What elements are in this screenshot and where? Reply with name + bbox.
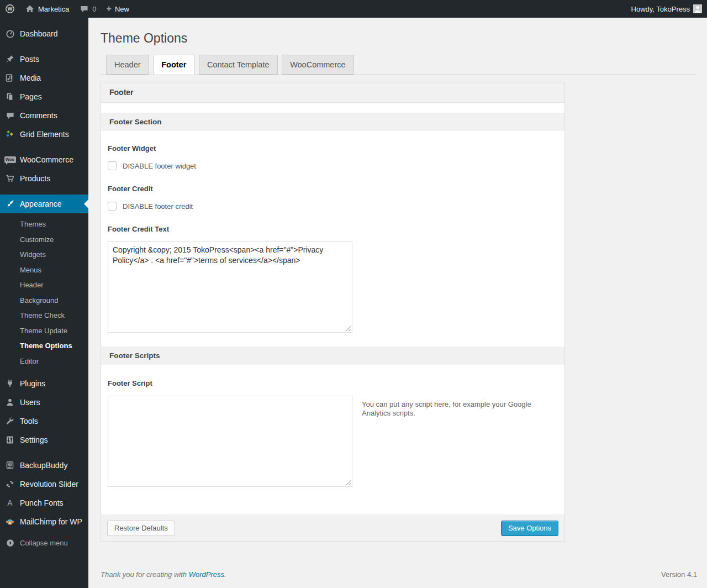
footer-credit-text-label: Footer Credit Text bbox=[108, 225, 558, 233]
pushpin-icon bbox=[0, 55, 20, 64]
sidebar-item-label: Appearance bbox=[20, 200, 62, 208]
restore-defaults-button[interactable]: Restore Defaults bbox=[107, 521, 175, 536]
sidebar-item-users[interactable]: Users bbox=[0, 393, 88, 412]
sidebar-item-label: Comments bbox=[20, 111, 57, 120]
sliders-icon bbox=[0, 435, 20, 444]
save-options-button[interactable]: Save Options bbox=[501, 521, 558, 536]
sidebar-item-plugins[interactable]: Plugins bbox=[0, 374, 88, 393]
submenu-item-theme-update[interactable]: Theme Update bbox=[0, 323, 88, 339]
sidebar-item-label: Grid Elements bbox=[20, 130, 69, 139]
admin-bar-left: W Marketica 0 + New bbox=[0, 0, 134, 18]
submenu-item-widgets[interactable]: Widgets bbox=[0, 247, 88, 262]
admin-sidebar: Dashboard Posts Media Pages Comments Gri… bbox=[0, 18, 88, 588]
disable-footer-widget-checkbox[interactable] bbox=[108, 161, 117, 170]
footer-credit-text-textarea[interactable]: Copyright &copy; 2015 TokoPress<span><a … bbox=[108, 242, 352, 333]
monkey-icon bbox=[0, 517, 20, 526]
version-label: Version 4.1 bbox=[661, 570, 697, 579]
sidebar-item-label: Dashboard bbox=[20, 29, 58, 38]
thanks-suffix: . bbox=[224, 570, 226, 579]
submenu-item-theme-check[interactable]: Theme Check bbox=[0, 308, 88, 323]
disable-footer-credit-checkbox[interactable] bbox=[108, 202, 117, 211]
submenu-item-header[interactable]: Header bbox=[0, 277, 88, 293]
sidebar-item-label: MailChimp for WP bbox=[20, 517, 82, 526]
howdy-label: Howdy, TokoPress bbox=[631, 5, 690, 13]
sidebar-item-label: Users bbox=[20, 398, 40, 407]
new-label: New bbox=[115, 5, 129, 13]
wordpress-logo-icon: W bbox=[5, 4, 15, 14]
sidebar-item-products[interactable]: Products bbox=[0, 169, 88, 188]
sidebar-item-backupbuddy[interactable]: BackupBuddy bbox=[0, 456, 88, 475]
sidebar-item-mailchimp[interactable]: MailChimp for WP bbox=[0, 512, 88, 531]
submenu-item-editor[interactable]: Editor bbox=[0, 354, 88, 369]
sidebar-item-tools[interactable]: Tools bbox=[0, 412, 88, 431]
sidebar-item-settings[interactable]: Settings bbox=[0, 431, 88, 449]
grid-elements-icon bbox=[0, 130, 20, 139]
sidebar-item-posts[interactable]: Posts bbox=[0, 50, 88, 69]
site-name-link[interactable]: Marketica bbox=[20, 0, 74, 18]
thanks-prefix: Thank you for creating with bbox=[101, 570, 189, 579]
submenu-item-menus[interactable]: Menus bbox=[0, 262, 88, 278]
appearance-submenu: Themes Customize Widgets Menus Header Ba… bbox=[0, 213, 88, 374]
footer-credit-text-field: Copyright &copy; 2015 TokoPress<span><a … bbox=[108, 242, 558, 333]
sidebar-item-label: Punch Fonts bbox=[20, 498, 64, 507]
new-content-menu[interactable]: + New bbox=[102, 0, 134, 18]
cart-icon bbox=[0, 174, 20, 183]
menu-separator bbox=[0, 43, 88, 50]
disable-footer-credit-label[interactable]: DISABLE footer credit bbox=[123, 202, 193, 211]
wordpress-link[interactable]: WordPress bbox=[189, 570, 224, 579]
collapse-menu-button[interactable]: Collapse menu bbox=[0, 533, 88, 552]
footer-section-header: Footer Section bbox=[101, 113, 564, 131]
sidebar-item-grid-elements[interactable]: Grid Elements bbox=[0, 125, 88, 144]
media-icon bbox=[0, 74, 20, 82]
footer-script-label: Footer Script bbox=[108, 379, 558, 387]
submenu-item-background[interactable]: Background bbox=[0, 293, 88, 308]
sidebar-item-dashboard[interactable]: Dashboard bbox=[0, 24, 88, 43]
panel-gap bbox=[101, 103, 564, 113]
collapse-arrow-icon bbox=[0, 539, 20, 547]
sidebar-item-revolution-slider[interactable]: Revolution Slider bbox=[0, 475, 88, 494]
sidebar-item-label: Products bbox=[20, 174, 50, 183]
admin-bar-right: Howdy, TokoPress bbox=[626, 0, 707, 18]
page-title: Theme Options bbox=[101, 30, 697, 46]
admin-bar: W Marketica 0 + New Howdy, TokoPress bbox=[0, 0, 707, 18]
sidebar-item-label: Posts bbox=[20, 55, 39, 64]
sidebar-item-pages[interactable]: Pages bbox=[0, 87, 88, 106]
footer-scripts-header: Footer Scripts bbox=[101, 347, 564, 365]
svg-text:W: W bbox=[8, 6, 13, 12]
tab-bar: Header Footer Contact Template WooCommer… bbox=[101, 55, 697, 75]
submenu-item-customize[interactable]: Customize bbox=[0, 232, 88, 248]
sidebar-item-woocommerce[interactable]: Woo WooCommerce bbox=[0, 150, 88, 169]
my-account-menu[interactable]: Howdy, TokoPress bbox=[626, 0, 707, 18]
wrench-icon bbox=[0, 417, 20, 426]
wordpress-logo-menu[interactable]: W bbox=[0, 0, 20, 18]
footer-section-body: Footer Widget DISABLE footer widget Foot… bbox=[101, 144, 564, 347]
sidebar-item-appearance[interactable]: Appearance bbox=[0, 195, 88, 213]
rotate-arrows-icon bbox=[0, 480, 20, 489]
main-content: Theme Options Header Footer Contact Temp… bbox=[88, 18, 707, 588]
tab-contact-template[interactable]: Contact Template bbox=[199, 55, 278, 75]
site-name-label: Marketica bbox=[38, 5, 69, 13]
sidebar-item-comments[interactable]: Comments bbox=[0, 106, 88, 125]
dashboard-icon bbox=[0, 29, 20, 39]
disable-footer-widget-label[interactable]: DISABLE footer widget bbox=[123, 162, 196, 170]
footer-script-textarea[interactable] bbox=[108, 396, 352, 487]
comments-shortcut[interactable]: 0 bbox=[74, 0, 101, 18]
collapse-menu-label: Collapse menu bbox=[20, 539, 68, 547]
pages-icon bbox=[0, 92, 20, 101]
submenu-item-themes[interactable]: Themes bbox=[0, 217, 88, 232]
comment-count: 0 bbox=[92, 5, 96, 13]
tab-woocommerce[interactable]: WooCommerce bbox=[282, 55, 354, 75]
footer-script-hint: You can put any script here, for example… bbox=[362, 396, 547, 418]
sidebar-item-media[interactable]: Media bbox=[0, 69, 88, 87]
footer-scripts-body: Footer Script You can put any script her… bbox=[101, 379, 564, 514]
sidebar-item-label: WooCommerce bbox=[20, 155, 73, 164]
submenu-item-theme-options[interactable]: Theme Options bbox=[0, 338, 88, 354]
tab-header[interactable]: Header bbox=[106, 55, 149, 75]
footer-widget-label: Footer Widget bbox=[108, 144, 558, 153]
sidebar-item-punch-fonts[interactable]: A Punch Fonts bbox=[0, 494, 88, 512]
plus-icon: + bbox=[107, 4, 112, 13]
sidebar-item-label: Pages bbox=[20, 92, 42, 101]
menu-separator bbox=[0, 18, 88, 24]
tab-footer[interactable]: Footer bbox=[153, 55, 194, 75]
menu-separator bbox=[0, 188, 88, 195]
